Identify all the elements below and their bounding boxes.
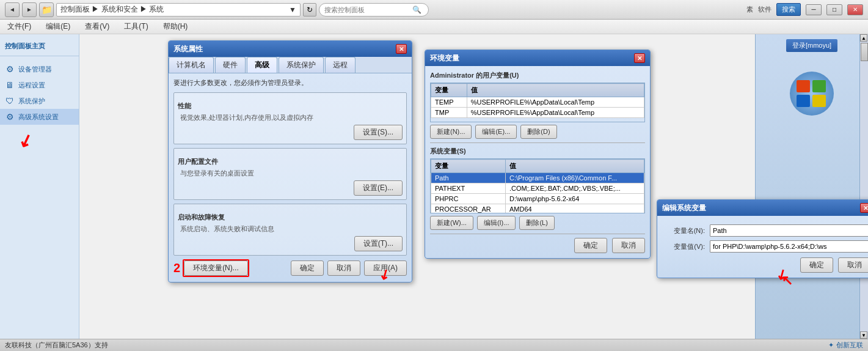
sidebar: 控制面板主页 ⚙ 设备管理器 🖥 远程设置 🛡 系统保护 ⚙ 高级系统设置 ↙ <box>0 34 79 339</box>
var-name-label: 变量名(N): <box>662 226 705 235</box>
sidebar-item-label-device: 设备管理器 <box>18 65 52 74</box>
user-var-value-tmp: %USERPROFILE%\AppData\Local\Temp <box>467 108 644 118</box>
sysprop-close-button[interactable]: ✕ <box>396 44 407 54</box>
sys-var-name-phprc: PHPRC <box>431 194 506 204</box>
user-vars-buttons: 新建(N)... 编辑(E)... 删除(D) <box>430 125 645 139</box>
menu-tools[interactable]: 工具(T) <box>122 20 150 33</box>
system-protect-icon: 🛡 <box>5 96 15 106</box>
menu-help[interactable]: 帮助(H) <box>161 20 191 33</box>
sidebar-item-device-manager[interactable]: ⚙ 设备管理器 <box>0 61 79 77</box>
top-nav-left: ◄ ► 📁 控制面板 ▶ 系统和安全 ▶ 系统 ▼ ↻ 🔍 <box>5 2 742 17</box>
sys-col-value: 值 <box>505 160 644 173</box>
scroll-thumb[interactable] <box>861 43 868 61</box>
refresh-button[interactable]: ↻ <box>303 3 316 17</box>
breadcrumb[interactable]: 控制面板 ▶ 系统和安全 ▶ 系统 ▼ <box>56 3 301 17</box>
search-input[interactable] <box>324 6 410 13</box>
user-vars-title: Administrator 的用户变量(U) <box>430 71 645 80</box>
user-new-button[interactable]: 新建(N)... <box>430 125 472 139</box>
svg-rect-3 <box>797 95 810 107</box>
sys-var-row-pathext[interactable]: PATHEXT .COM;.EXE;.BAT;.CMD;.VBS;.VBE;..… <box>431 183 644 194</box>
col-variable: 变量 <box>431 84 467 97</box>
back-button[interactable]: ◄ <box>5 2 20 17</box>
bottom-divider <box>430 234 645 234</box>
menu-view[interactable]: 查看(V) <box>82 20 112 33</box>
performance-section: 性能 视觉效果,处理器计划,内存使用,以及虚拟内存 设置(S)... <box>173 92 407 144</box>
sidebar-item-remote[interactable]: 🖥 远程设置 <box>0 77 79 93</box>
menu-edit[interactable]: 编辑(E) <box>43 20 73 33</box>
scroll-down-button[interactable]: ▼ <box>860 331 867 339</box>
windows-logo <box>787 69 836 118</box>
user-var-row-tmp[interactable]: TMP %USERPROFILE%\AppData\Local\Temp <box>431 108 644 118</box>
var-name-input[interactable] <box>710 224 868 237</box>
env-vars-button[interactable]: 环境变量(N)... <box>184 260 248 276</box>
sysprop-tabs: 计算机名 硬件 高级 系统保护 远程 <box>169 57 412 73</box>
search-button[interactable]: 搜索 <box>776 3 801 16</box>
menu-bar: 文件(F) 编辑(E) 查看(V) 工具(T) 帮助(H) <box>0 20 868 34</box>
user-delete-button[interactable]: 删除(D) <box>520 125 556 139</box>
var-name-row: 变量名(N): <box>662 224 868 237</box>
tab-computer-name[interactable]: 计算机名 <box>169 57 214 73</box>
env-btn-box: 环境变量(N)... <box>183 259 249 277</box>
editsysvar-dialog: 编辑系统变量 ✕ 变量名(N): 变量值(V): 确定 取消 <box>657 199 868 278</box>
sysprop-cancel-button[interactable]: 取消 <box>327 260 360 276</box>
sidebar-item-advanced[interactable]: ⚙ 高级系统设置 <box>0 109 79 125</box>
sys-delete-button[interactable]: 删除(L) <box>519 216 554 230</box>
editsysvar-ok-button[interactable]: 确定 <box>800 257 833 273</box>
sys-vars-table-container: 变量 值 Path C:\Program Files (x86)\Common … <box>430 158 645 213</box>
user-edit-button[interactable]: 编辑(E)... <box>475 125 517 139</box>
tab-hardware[interactable]: 硬件 <box>215 57 246 73</box>
user-vars-table-container: 变量 值 TEMP %USERPROFILE%\AppData\Local\Te… <box>430 83 645 122</box>
sys-col-variable: 变量 <box>431 160 506 173</box>
tab-advanced[interactable]: 高级 <box>247 57 277 73</box>
performance-text: 视觉效果,处理器计划,内存使用,以及虚拟内存 <box>178 113 403 122</box>
right-scrollbar[interactable]: ▲ ▼ <box>859 34 868 339</box>
sys-var-row-phprc[interactable]: PHPRC D:\wamp\php-5.6.2-x64 <box>431 194 644 204</box>
envvar-ok-button[interactable]: 确定 <box>574 238 607 253</box>
startup-settings-button[interactable]: 设置(T)... <box>354 236 403 251</box>
editsysvar-cancel-button[interactable]: 取消 <box>838 257 868 273</box>
content-area: 系统属性 ✕ 计算机名 硬件 高级 系统保护 远程 要进行大多数更改，您必须作为… <box>79 34 868 339</box>
envvar-dialog: 环境变量 ✕ Administrator 的用户变量(U) 变量 值 <box>425 50 651 259</box>
envvar-titlebar: 环境变量 ✕ <box>425 50 650 66</box>
user-badge[interactable]: 登录[mmoyu] <box>786 39 837 52</box>
sys-var-row-path[interactable]: Path C:\Program Files (x86)\Common F... <box>431 173 644 183</box>
require-admin-text: 要进行大多数更改，您必须作为管理员登录。 <box>173 78 407 87</box>
tab-system-protect[interactable]: 系统保护 <box>279 57 324 73</box>
close-button[interactable]: ✕ <box>847 4 863 15</box>
sysprop-apply-button[interactable]: 应用(A) <box>364 260 407 276</box>
sys-var-value-phprc: D:\wamp\php-5.6.2-x64 <box>505 194 644 204</box>
envvar-title: 环境变量 <box>430 53 459 64</box>
top-nav-bar: ◄ ► 📁 控制面板 ▶ 系统和安全 ▶ 系统 ▼ ↻ 🔍 素 软件 搜索 ─ … <box>0 0 868 20</box>
menu-file[interactable]: 文件(F) <box>5 20 34 33</box>
breadcrumb-dropdown[interactable]: ▼ <box>289 6 296 14</box>
sysprop-ok-button[interactable]: 确定 <box>291 260 324 276</box>
envvar-cancel-button[interactable]: 取消 <box>612 238 645 253</box>
sys-var-value-processor: AMD64 <box>505 204 644 214</box>
envvar-close-button[interactable]: ✕ <box>634 53 645 63</box>
env-btn-area: 2 环境变量(N)... <box>173 259 249 277</box>
tab-remote[interactable]: 远程 <box>325 57 356 73</box>
device-manager-icon: ⚙ <box>5 64 15 74</box>
scroll-up-button[interactable]: ▲ <box>860 34 867 42</box>
status-text: 友联科技（广州百脑汇5A36）支持 <box>5 341 108 350</box>
envvar-content: Administrator 的用户变量(U) 变量 值 TEMP <box>425 66 650 258</box>
performance-settings-button[interactable]: 设置(S)... <box>354 125 403 140</box>
editsysvar-close-button[interactable]: ✕ <box>860 203 868 213</box>
user-profiles-settings-button[interactable]: 设置(E)... <box>354 180 403 196</box>
minimize-button[interactable]: ─ <box>806 4 822 15</box>
forward-button[interactable]: ► <box>22 2 37 17</box>
user-var-row-temp[interactable]: TEMP %USERPROFILE%\AppData\Local\Temp <box>431 97 644 108</box>
sys-new-button[interactable]: 新建(W)... <box>430 216 473 230</box>
sysprop-dialog: 系统属性 ✕ 计算机名 硬件 高级 系统保护 远程 要进行大多数更改，您必须作为… <box>168 40 412 283</box>
sidebar-item-system-protect[interactable]: 🛡 系统保护 <box>0 93 79 109</box>
right-label: 素 <box>746 5 753 14</box>
user-var-name-temp: TEMP <box>431 97 467 108</box>
maximize-button[interactable]: □ <box>826 4 842 15</box>
var-value-input[interactable] <box>710 240 868 253</box>
search-icon[interactable]: 🔍 <box>412 6 421 14</box>
sys-edit-button[interactable]: 编辑(I)... <box>477 216 516 230</box>
envvar-action-buttons: 确定 取消 <box>430 238 645 253</box>
sys-var-row-processor[interactable]: PROCESSOR_AR AMD64 <box>431 204 644 214</box>
section-divider <box>430 142 645 143</box>
search-box: 🔍 <box>319 3 429 17</box>
